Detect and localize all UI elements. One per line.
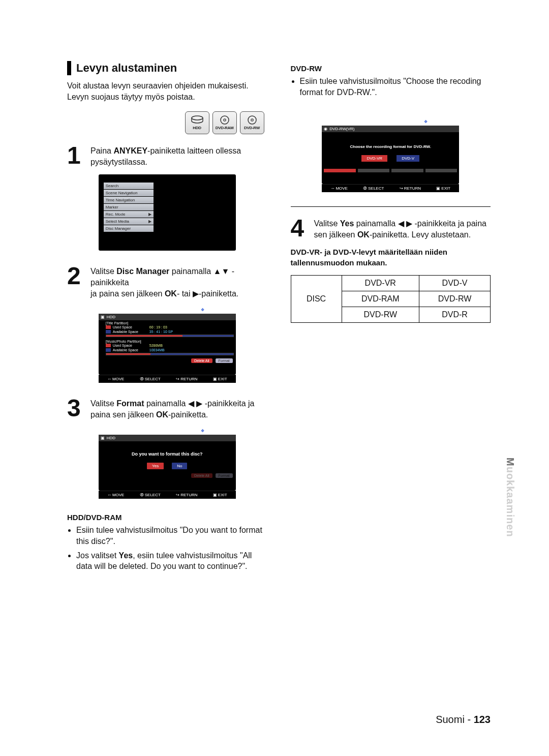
step-text: Valitse Format painamalla ◀ ▶ -painikkei… bbox=[90, 397, 267, 420]
bullet-item: Esiin tulee vahvistusilmoitus "Do you wa… bbox=[76, 525, 267, 547]
section-title: Levyn alustaminen bbox=[76, 62, 177, 75]
screen-header: ❖Disc Manager bbox=[99, 306, 236, 314]
screen-footer: ↔MOVE ⦿SELECT ↪RETURN ▣EXIT bbox=[99, 491, 236, 499]
section-heading: Levyn alustaminen bbox=[67, 61, 267, 75]
bullet-item: Jos valitset Yes, esiin tulee vahvistusi… bbox=[76, 550, 267, 572]
table-cell: DVD-RW bbox=[342, 307, 419, 322]
svg-point-4 bbox=[251, 119, 253, 121]
step-4: 4 Valitse Yes painamalla ◀ ▶ -painikkeit… bbox=[291, 217, 491, 240]
available-space-row: Available Space10034MB bbox=[99, 348, 236, 352]
dvd-v-button: DVD-V bbox=[396, 155, 419, 162]
used-space-row: Used Space60 : 19 : 03 bbox=[99, 325, 236, 329]
step-text: Valitse Disc Manager painamalla ▲▼ -pain… bbox=[90, 265, 267, 299]
screenshot-disc-manager: ❖Disc Manager ▣HDD [Title Partition] Use… bbox=[99, 306, 236, 383]
confirm-question: Do you want to format this disc? bbox=[99, 451, 236, 457]
disc-format-table: DISC DVD-VR DVD-V DVD-RAM DVD-RW DVD-RW … bbox=[291, 275, 491, 323]
step-number: 4 bbox=[291, 217, 310, 240]
menu-item: Rec. Mode▶ bbox=[104, 211, 154, 218]
media-icon-dvdrw: DVD-RW bbox=[240, 111, 264, 134]
format-ghost: Format bbox=[216, 473, 233, 478]
table-row: DISC DVD-VR DVD-V bbox=[291, 275, 491, 291]
svg-point-3 bbox=[248, 116, 256, 124]
side-tab-initial: M bbox=[505, 458, 516, 467]
svg-point-1 bbox=[221, 116, 229, 124]
usage-bar bbox=[106, 335, 234, 337]
device-row: ▣HDD bbox=[99, 435, 236, 441]
no-button: No bbox=[172, 463, 187, 469]
format-button: Format bbox=[216, 358, 233, 363]
partition-label: [Title Partition] bbox=[99, 320, 236, 325]
side-tab-rest: uokkaaminen bbox=[505, 467, 516, 537]
media-icon-dvdram: DVD-RAM bbox=[212, 111, 237, 134]
screenshot-dvdrw-format: ❖Disc Manager ◉DVD-RW(VR) Choose the rec… bbox=[322, 118, 459, 192]
step-3: 3 Valitse Format painamalla ◀ ▶ -painikk… bbox=[67, 397, 267, 420]
divider bbox=[291, 206, 491, 207]
popup-menu: Search Scene Navigation Time Navigation … bbox=[104, 183, 154, 232]
step-text: Valitse Yes painamalla ◀ ▶ -painikkeita … bbox=[314, 217, 491, 240]
screen-header: ❖Disc Manager bbox=[99, 427, 236, 435]
svg-point-0 bbox=[192, 116, 203, 120]
page-number: 123 bbox=[474, 714, 491, 725]
usage-bar bbox=[106, 353, 234, 355]
delete-all-ghost: Delete All bbox=[191, 473, 212, 478]
format-note: DVD-VR- ja DVD-V-levyt määritellään niid… bbox=[291, 247, 491, 268]
step-number: 2 bbox=[67, 265, 86, 299]
menu-item: Marker bbox=[104, 204, 154, 210]
bullet-item: Esiin tulee vahvistusilmoitus "Choose th… bbox=[300, 76, 491, 98]
screen-footer: ↔MOVE ⦿SELECT ↪RETURN ▣EXIT bbox=[322, 184, 459, 192]
hdd-dvdram-list: Esiin tulee vahvistusilmoitus "Do you wa… bbox=[67, 525, 267, 571]
media-icon-row: HDD DVD-RAM DVD-RW bbox=[67, 111, 267, 134]
step-1: 1 Paina ANYKEY-painiketta laitteen olles… bbox=[67, 144, 267, 167]
media-icon-label: DVD-RAM bbox=[216, 126, 234, 130]
heading-bar bbox=[67, 61, 71, 75]
footer-lang: Suomi bbox=[436, 714, 465, 725]
dvd-vr-button: DVD-VR bbox=[361, 155, 387, 162]
screen-footer: ↔MOVE ⦿SELECT ↪RETURN ▣EXIT bbox=[99, 375, 236, 383]
step-text: Paina ANYKEY-painiketta laitteen ollessa… bbox=[90, 144, 267, 167]
table-cell: DVD-V bbox=[419, 275, 491, 291]
menu-item: Search bbox=[104, 183, 154, 189]
table-cell: DVD-RAM bbox=[342, 291, 419, 307]
rw-question: Choose the recording format for DVD-RW. bbox=[322, 144, 459, 149]
side-tab: Muokkaaminen bbox=[504, 458, 516, 537]
menu-item: Select Media▶ bbox=[104, 218, 154, 225]
dvdrw-list: Esiin tulee vahvistusilmoitus "Choose th… bbox=[291, 76, 491, 98]
yes-button: Yes bbox=[147, 463, 164, 469]
screenshot-anykey-menu: Search Scene Navigation Time Navigation … bbox=[99, 174, 236, 251]
step-number: 1 bbox=[67, 144, 86, 167]
step-2: 2 Valitse Disc Manager painamalla ▲▼ -pa… bbox=[67, 265, 267, 299]
table-cell: DVD-R bbox=[419, 307, 491, 322]
table-cell: DVD-RW bbox=[419, 291, 491, 307]
screenshot-format-confirm: ❖Disc Manager ▣HDD Do you want to format… bbox=[99, 427, 236, 499]
dvdrw-heading: DVD-RW bbox=[291, 64, 491, 73]
table-row-label: DISC bbox=[291, 275, 342, 322]
available-space-row: Available Space35 : 41 : 10 SP bbox=[99, 329, 236, 334]
media-icon-label: HDD bbox=[193, 126, 201, 130]
delete-all-button: Delete All bbox=[191, 358, 212, 363]
device-row: ◉DVD-RW(VR) bbox=[322, 126, 459, 132]
screen-header: ❖Disc Manager bbox=[322, 118, 459, 126]
device-row: ▣HDD bbox=[99, 314, 236, 320]
table-cell: DVD-VR bbox=[342, 275, 419, 291]
menu-item: Scene Navigation bbox=[104, 190, 154, 196]
used-space-row: Used Space5286MB bbox=[99, 343, 236, 348]
page-footer: Suomi - 123 bbox=[436, 714, 491, 725]
hdd-dvdram-heading: HDD/DVD-RAM bbox=[67, 513, 267, 522]
svg-point-2 bbox=[223, 119, 225, 121]
media-icon-label: DVD-RW bbox=[244, 126, 260, 130]
step-number: 3 bbox=[67, 397, 86, 420]
menu-item: Time Navigation bbox=[104, 197, 154, 203]
section-intro: Voit alustaa levyn seuraavien ohjeiden m… bbox=[67, 80, 267, 102]
media-icon-hdd: HDD bbox=[185, 111, 209, 134]
menu-item: Disc Manager bbox=[104, 225, 154, 232]
rw-tab-row bbox=[322, 162, 459, 172]
partition-label: [Music/Photo Partition] bbox=[99, 339, 236, 343]
